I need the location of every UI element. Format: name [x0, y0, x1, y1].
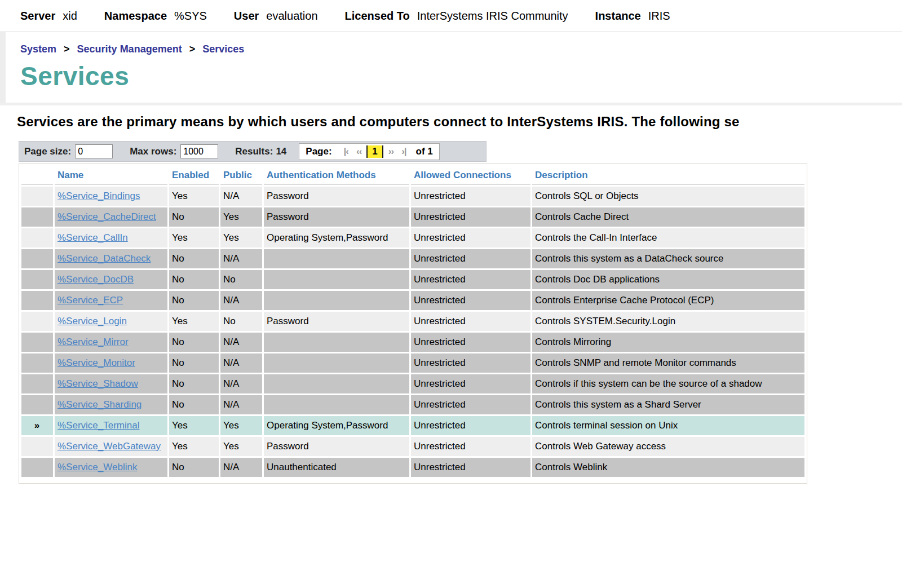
- allowed-connections-cell: Unrestricted: [411, 437, 530, 456]
- public-cell: N/A: [220, 291, 262, 310]
- service-link[interactable]: %Service_Sharding: [58, 399, 142, 410]
- licensed-to-value: InterSystems IRIS Community: [417, 10, 568, 23]
- public-cell: No: [220, 312, 262, 331]
- allowed-connections-cell: Unrestricted: [411, 458, 530, 477]
- description-cell: Controls this system as a DataCheck sour…: [532, 249, 804, 268]
- name-cell: %Service_CallIn: [55, 228, 167, 247]
- table-row: %Service_MonitorNoN/AUnrestrictedControl…: [21, 353, 804, 373]
- previous-page-button[interactable]: ‹‹: [356, 146, 361, 157]
- page-size-input[interactable]: [75, 144, 113, 158]
- server-info-bar: Server xid Namespace %SYS User evaluatio…: [0, 0, 902, 32]
- allowed-connections-cell: Unrestricted: [411, 207, 530, 227]
- service-link[interactable]: %Service_ECP: [58, 295, 123, 306]
- public-cell: N/A: [220, 395, 262, 414]
- description-cell: Controls Enterprise Cache Protocol (ECP): [532, 291, 804, 310]
- row-marker: [21, 187, 53, 206]
- pager-label: Page:: [306, 146, 331, 157]
- name-cell: %Service_DocDB: [55, 270, 167, 289]
- table-toolbar: Page size: Max rows: Results:14 Page: |‹…: [19, 141, 487, 162]
- enabled-cell: No: [169, 458, 219, 477]
- public-cell: N/A: [220, 458, 262, 477]
- description-cell: Controls Mirroring: [532, 333, 804, 352]
- public-cell: N/A: [220, 353, 262, 373]
- description-cell: Controls Web Gateway access: [532, 437, 804, 456]
- server-label: Server: [20, 10, 55, 23]
- column-header-allowed-connections: Allowed Connections: [411, 166, 530, 185]
- first-page-button[interactable]: |‹: [344, 146, 348, 157]
- user-value: evaluation: [266, 10, 317, 23]
- public-cell: N/A: [220, 333, 262, 352]
- service-link[interactable]: %Service_Terminal: [58, 420, 140, 431]
- pager: Page: |‹ ‹‹ 1 ›› ›| of 1: [299, 143, 440, 160]
- name-cell: %Service_Terminal: [55, 416, 167, 435]
- services-table: Name Enabled Public Authentication Metho…: [20, 165, 806, 479]
- enabled-cell: Yes: [169, 416, 219, 435]
- service-link[interactable]: %Service_Monitor: [58, 357, 135, 368]
- breadcrumb-link-services[interactable]: Services: [202, 43, 244, 55]
- auth-methods-cell: [264, 333, 409, 352]
- public-cell: Yes: [220, 437, 262, 456]
- service-link[interactable]: %Service_Bindings: [58, 191, 140, 201]
- title-band: System > Security Management > Services …: [0, 32, 902, 103]
- service-link[interactable]: %Service_DataCheck: [58, 253, 151, 264]
- service-link[interactable]: %Service_Weblink: [58, 462, 137, 472]
- licensed-to-info-pair: Licensed To InterSystems IRIS Community: [345, 10, 568, 23]
- page-size-label: Page size:: [24, 146, 71, 157]
- description-cell: Controls Doc DB applications: [532, 270, 804, 289]
- table-row: %Service_CacheDirectNoYesPasswordUnrestr…: [21, 207, 804, 227]
- description-cell: Controls Cache Direct: [532, 207, 804, 227]
- public-cell: N/A: [220, 187, 262, 206]
- allowed-connections-cell: Unrestricted: [411, 228, 530, 247]
- table-row: %Service_ECPNoN/AUnrestrictedControls En…: [21, 291, 804, 310]
- service-link[interactable]: %Service_Mirror: [58, 337, 129, 347]
- row-marker: [21, 333, 53, 352]
- breadcrumb-link-security-management[interactable]: Security Management: [77, 43, 182, 55]
- allowed-connections-cell: Unrestricted: [411, 395, 530, 414]
- table-row: %Service_WebGatewayYesYesPasswordUnrestr…: [21, 437, 804, 456]
- auth-methods-cell: Password: [264, 187, 409, 206]
- namespace-value: %SYS: [174, 10, 207, 23]
- public-cell: Yes: [220, 207, 262, 227]
- name-cell: %Service_Weblink: [55, 458, 167, 477]
- table-row: »%Service_TerminalYesYesOperating System…: [21, 416, 804, 435]
- auth-methods-cell: Password: [264, 437, 409, 456]
- column-header-authentication-methods: Authentication Methods: [264, 166, 409, 185]
- description-cell: Controls Weblink: [532, 458, 804, 477]
- service-link[interactable]: %Service_CallIn: [58, 232, 128, 243]
- max-rows-input[interactable]: [180, 144, 218, 158]
- service-link[interactable]: %Service_Shadow: [58, 378, 138, 389]
- row-marker: [21, 353, 53, 373]
- service-link[interactable]: %Service_WebGateway: [58, 441, 161, 452]
- service-link[interactable]: %Service_CacheDirect: [58, 211, 156, 222]
- next-page-button[interactable]: ››: [388, 146, 393, 157]
- enabled-cell: Yes: [169, 312, 219, 331]
- auth-methods-cell: [264, 374, 409, 394]
- results-value: 14: [276, 146, 286, 157]
- public-cell: No: [220, 270, 262, 289]
- service-link[interactable]: %Service_Login: [58, 316, 127, 326]
- namespace-info-pair: Namespace %SYS: [104, 10, 207, 23]
- enabled-cell: No: [169, 353, 219, 373]
- public-cell: N/A: [220, 374, 262, 394]
- allowed-connections-cell: Unrestricted: [411, 187, 530, 206]
- description-cell: Controls the Call-In Interface: [532, 228, 804, 247]
- auth-methods-cell: [264, 270, 409, 289]
- allowed-connections-cell: Unrestricted: [411, 291, 530, 310]
- table-row: %Service_MirrorNoN/AUnrestrictedControls…: [21, 333, 804, 352]
- enabled-cell: Yes: [169, 228, 219, 247]
- auth-methods-cell: Unauthenticated: [264, 458, 409, 477]
- server-info-pair: Server xid: [20, 10, 77, 23]
- name-cell: %Service_Shadow: [55, 374, 167, 394]
- server-value: xid: [63, 10, 77, 23]
- breadcrumb-link-system[interactable]: System: [20, 43, 56, 55]
- last-page-button[interactable]: ›|: [401, 146, 406, 157]
- table-row: %Service_BindingsYesN/APasswordUnrestric…: [21, 187, 804, 206]
- column-header-name: Name: [55, 166, 167, 185]
- marker-column-header: [21, 166, 53, 185]
- allowed-connections-cell: Unrestricted: [411, 249, 530, 268]
- auth-methods-cell: [264, 353, 409, 373]
- table-row: %Service_CallInYesYesOperating System,Pa…: [21, 228, 804, 247]
- row-marker: [21, 437, 53, 456]
- name-cell: %Service_CacheDirect: [55, 207, 167, 227]
- service-link[interactable]: %Service_DocDB: [58, 274, 134, 285]
